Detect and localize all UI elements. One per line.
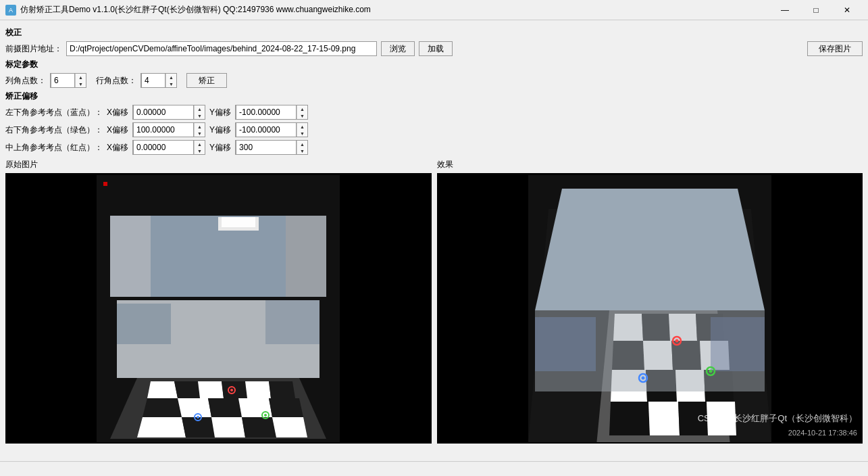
calibrate-button[interactable]: 矫正 bbox=[186, 73, 227, 88]
svg-marker-12 bbox=[269, 381, 295, 398]
bottom-left-y-up[interactable]: ▲ bbox=[297, 105, 307, 112]
params-section-label: 标定参数 bbox=[5, 59, 863, 70]
top-center-y-arrows: ▲ ▼ bbox=[297, 141, 307, 154]
original-label: 原始图片 bbox=[5, 159, 432, 170]
bottom-left-row: 左下角参考考点（蓝点）： X偏移 0.00000 ▲ ▼ Y偏移 -100.00… bbox=[5, 105, 863, 120]
image-path-input[interactable] bbox=[66, 41, 377, 56]
bottom-left-y-spinbox[interactable]: -100.00000 ▲ ▼ bbox=[235, 105, 308, 120]
bottom-right-y-up[interactable]: ▲ bbox=[297, 123, 307, 130]
svg-marker-22 bbox=[272, 417, 307, 437]
svg-point-61 bbox=[675, 339, 678, 342]
maximize-button[interactable]: □ bbox=[800, 0, 832, 20]
load-button[interactable]: 加载 bbox=[419, 41, 453, 56]
offset-section-label: 矫正偏移 bbox=[5, 91, 863, 102]
svg-marker-14 bbox=[178, 398, 211, 417]
bottom-right-x-spinbox[interactable]: 100.00000 ▲ ▼ bbox=[132, 122, 205, 137]
title-bar: A 仿射矫正工具Demo v1.1.0(长沙红胖子Qt(长沙创微智科) QQ:2… bbox=[0, 0, 868, 20]
image-path-label: 前摄图片地址： bbox=[5, 43, 62, 55]
svg-rect-25 bbox=[265, 300, 320, 344]
bottom-right-y-input[interactable]: -100.00000 bbox=[236, 122, 297, 137]
minimize-button[interactable]: — bbox=[769, 0, 800, 20]
top-center-row: 中上角参考考点（红点）： X偏移 0.00000 ▲ ▼ Y偏移 300 ▲ ▼ bbox=[5, 140, 863, 155]
svg-rect-24 bbox=[117, 304, 171, 344]
top-center-x-input[interactable]: 0.00000 bbox=[133, 140, 194, 155]
top-center-y-input[interactable]: 300 bbox=[236, 140, 297, 155]
svg-marker-15 bbox=[208, 398, 242, 417]
calibration-section-label: 校正 bbox=[5, 27, 863, 39]
svg-marker-35 bbox=[535, 189, 765, 310]
title-bar-left: A 仿射矫正工具Demo v1.1.0(长沙红胖子Qt(长沙创微智科) QQ:2… bbox=[5, 4, 371, 16]
result-image-panel: 效果 bbox=[437, 159, 863, 444]
row-points-up[interactable]: ▲ bbox=[166, 74, 176, 80]
svg-rect-5 bbox=[222, 217, 255, 227]
top-center-label: 中上角参考考点（红点）： bbox=[5, 142, 103, 153]
watermark: CSDN @长沙红胖子Qt（长沙创微智科） bbox=[698, 412, 857, 425]
bottom-left-x-input[interactable]: 0.00000 bbox=[133, 105, 194, 120]
bottom-right-y-label: Y偏移 bbox=[209, 124, 231, 136]
top-center-x-arrows: ▲ ▼ bbox=[194, 141, 205, 154]
bottom-right-y-down[interactable]: ▼ bbox=[297, 130, 307, 137]
window-controls: — □ ✕ bbox=[769, 0, 863, 20]
svg-rect-3 bbox=[286, 216, 326, 297]
svg-marker-49 bbox=[609, 402, 650, 435]
timestamp: 2024-10-21 17:38:46 bbox=[788, 429, 857, 437]
bottom-left-x-up[interactable]: ▲ bbox=[195, 105, 205, 112]
col-points-input[interactable]: 6 bbox=[51, 73, 75, 88]
row-points-input[interactable]: 4 bbox=[141, 73, 165, 88]
col-points-label: 列角点数： bbox=[5, 75, 46, 87]
svg-marker-10 bbox=[174, 381, 200, 398]
top-center-x-label: X偏移 bbox=[107, 142, 128, 153]
main-content: 校正 前摄图片地址： 浏览 加载 保存图片 标定参数 列角点数： 6 ▲ ▼ 行… bbox=[0, 20, 868, 448]
top-center-y-spinbox[interactable]: 300 ▲ ▼ bbox=[235, 140, 308, 155]
svg-point-59 bbox=[709, 369, 712, 373]
result-image-container: CSDN @长沙红胖子Qt（长沙创微智科） 2024-10-21 17:38:4… bbox=[437, 173, 863, 444]
top-center-y-up[interactable]: ▲ bbox=[297, 141, 307, 147]
original-image-panel: 原始图片 bbox=[5, 159, 432, 444]
app-icon: A bbox=[5, 5, 16, 16]
app-title: 仿射矫正工具Demo v1.1.0(长沙红胖子Qt(长沙创微智科) QQ:214… bbox=[20, 4, 371, 16]
top-center-x-down[interactable]: ▼ bbox=[195, 147, 205, 154]
bottom-right-y-spinbox[interactable]: -100.00000 ▲ ▼ bbox=[235, 122, 308, 137]
svg-point-27 bbox=[197, 416, 199, 419]
svg-rect-54 bbox=[535, 317, 596, 371]
close-button[interactable]: ✕ bbox=[832, 0, 863, 20]
bottom-left-y-arrows: ▲ ▼ bbox=[297, 105, 307, 119]
save-image-button[interactable]: 保存图片 bbox=[807, 41, 863, 56]
top-center-y-label: Y偏移 bbox=[209, 142, 231, 153]
svg-marker-13 bbox=[143, 398, 182, 417]
svg-marker-9 bbox=[243, 381, 271, 398]
bottom-left-x-spinbox[interactable]: 0.00000 ▲ ▼ bbox=[132, 105, 205, 120]
svg-marker-50 bbox=[648, 402, 680, 435]
svg-rect-2 bbox=[110, 216, 151, 297]
svg-rect-55 bbox=[711, 317, 765, 371]
svg-point-57 bbox=[641, 376, 644, 379]
row-points-label: 行角点数： bbox=[96, 75, 136, 87]
bottom-left-y-input[interactable]: -100.00000 bbox=[236, 105, 297, 120]
bottom-left-x-down[interactable]: ▼ bbox=[195, 112, 205, 119]
bottom-right-y-arrows: ▲ ▼ bbox=[297, 123, 307, 137]
bottom-left-x-label: X偏移 bbox=[107, 107, 128, 118]
top-center-y-down[interactable]: ▼ bbox=[297, 147, 307, 154]
result-image-svg bbox=[528, 175, 771, 442]
image-path-row: 前摄图片地址： 浏览 加载 保存图片 bbox=[5, 41, 863, 56]
row-points-arrows: ▲ ▼ bbox=[165, 74, 176, 87]
bottom-right-x-arrows: ▲ ▼ bbox=[194, 123, 205, 137]
browse-button[interactable]: 浏览 bbox=[381, 41, 415, 56]
bottom-left-x-arrows: ▲ ▼ bbox=[194, 105, 205, 119]
top-center-x-up[interactable]: ▲ bbox=[195, 141, 205, 147]
bottom-left-y-down[interactable]: ▼ bbox=[297, 112, 307, 119]
top-center-x-spinbox[interactable]: 0.00000 ▲ ▼ bbox=[132, 140, 205, 155]
bottom-left-y-label: Y偏移 bbox=[209, 107, 231, 118]
col-points-spinbox[interactable]: 6 ▲ ▼ bbox=[50, 73, 86, 88]
bottom-right-x-down[interactable]: ▼ bbox=[195, 130, 205, 137]
svg-marker-20 bbox=[211, 417, 245, 437]
col-points-down[interactable]: ▼ bbox=[76, 80, 86, 87]
row-points-down[interactable]: ▼ bbox=[166, 80, 176, 87]
row-points-spinbox[interactable]: 4 ▲ ▼ bbox=[141, 73, 177, 88]
col-points-up[interactable]: ▲ bbox=[76, 74, 86, 80]
panel-divider bbox=[432, 159, 437, 444]
svg-marker-16 bbox=[238, 398, 272, 417]
svg-marker-7 bbox=[147, 381, 178, 398]
bottom-right-x-input[interactable]: 100.00000 bbox=[133, 122, 194, 137]
bottom-right-x-up[interactable]: ▲ bbox=[195, 123, 205, 130]
